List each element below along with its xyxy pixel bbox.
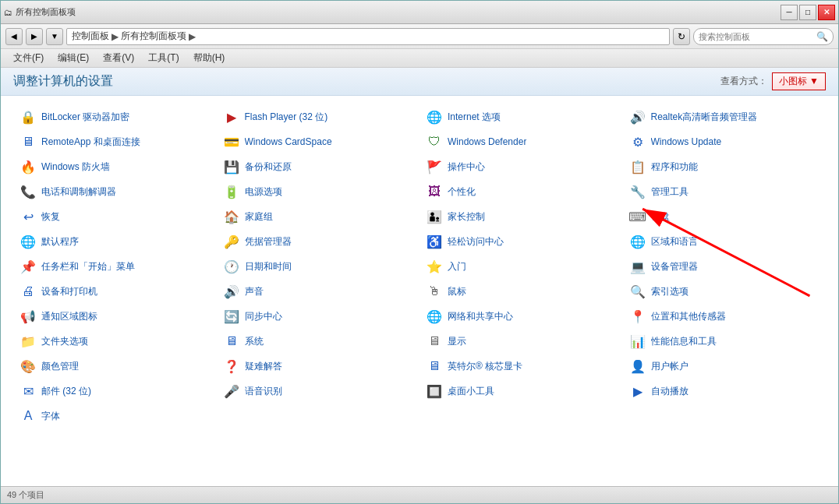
list-item[interactable]: 🖥 显示	[420, 330, 623, 353]
item-icon: 📢	[19, 308, 37, 325]
list-item[interactable]: 📋 程序和功能	[623, 155, 827, 178]
item-icon: ⭐	[426, 258, 443, 275]
list-item[interactable]: 📢 通知区域图标	[13, 305, 217, 328]
minimize-button[interactable]: ─	[781, 5, 798, 20]
list-item[interactable]: 🔄 同步中心	[217, 305, 420, 328]
list-item[interactable]: ↩ 恢复	[13, 205, 217, 228]
list-item[interactable]: ▶ Flash Player (32 位)	[217, 105, 420, 129]
search-input[interactable]	[699, 32, 813, 41]
back-button[interactable]: ◀	[5, 28, 23, 45]
list-item[interactable]: 🏠 家庭组	[217, 205, 420, 228]
refresh-button[interactable]: ↻	[673, 28, 690, 45]
item-label: 索引选项	[651, 285, 689, 298]
list-item[interactable]: 🌐 区域和语言	[623, 230, 827, 253]
item-icon: 🔄	[223, 308, 240, 325]
item-icon: ⚙	[629, 133, 646, 150]
list-item[interactable]: 🔑 凭据管理器	[217, 230, 420, 253]
list-item[interactable]: ⚙ Windows Update	[623, 130, 827, 153]
list-item[interactable]: 📁 文件夹选项	[13, 330, 217, 353]
menu-view[interactable]: 查看(V)	[97, 50, 140, 66]
item-label: 网络和共享中心	[448, 310, 513, 323]
item-label: 电源选项	[245, 185, 282, 199]
item-icon: 🏠	[223, 208, 240, 225]
close-button[interactable]: ✕	[818, 5, 835, 20]
list-item[interactable]: 🖼 个性化	[420, 180, 623, 203]
list-item[interactable]: 🔥 Windows 防火墙	[13, 155, 217, 178]
list-item[interactable]: 🔒 BitLocker 驱动器加密	[13, 105, 217, 129]
list-item[interactable]: 🎤 语音识别	[217, 379, 420, 403]
list-item[interactable]: 🔲 桌面小工具	[420, 379, 623, 403]
item-label: 入门	[448, 260, 466, 273]
forward-button[interactable]: ▶	[26, 28, 43, 45]
item-icon: 📊	[629, 333, 646, 350]
view-button[interactable]: 小图标 ▼	[772, 72, 826, 90]
list-item[interactable]: ▶ 自动播放	[623, 379, 827, 403]
list-item[interactable]: 🖥 RemoteApp 和桌面连接	[13, 130, 217, 153]
list-item[interactable]: 🔍 索引选项	[623, 280, 827, 303]
list-item[interactable]: 🖨 设备和打印机	[13, 280, 217, 303]
list-item[interactable]: 💻 设备管理器	[623, 255, 827, 278]
list-item[interactable]: 🔋 电源选项	[217, 180, 420, 203]
item-icon: 👤	[629, 358, 646, 375]
menu-bar: 文件(F) 编辑(E) 查看(V) 工具(T) 帮助(H)	[1, 49, 838, 68]
menu-file[interactable]: 文件(F)	[7, 50, 50, 66]
item-icon: 🖥	[426, 333, 443, 350]
item-icon: ⌨	[629, 208, 646, 225]
item-icon: 🌐	[426, 108, 443, 125]
item-icon: 🖱	[426, 283, 443, 300]
item-icon: 🔧	[629, 183, 646, 200]
list-item[interactable]: 📌 任务栏和「开始」菜单	[13, 255, 217, 278]
item-label: 系统	[245, 335, 264, 348]
item-icon: ❓	[223, 358, 240, 375]
item-label: 显示	[448, 335, 466, 348]
item-label: 凭据管理器	[245, 235, 292, 248]
item-label: 通知区域图标	[41, 310, 97, 323]
list-item[interactable]: ⭐ 入门	[420, 255, 623, 278]
list-item[interactable]: 🌐 Internet 选项	[420, 105, 623, 129]
list-item[interactable]: 🌐 网络和共享中心	[420, 305, 623, 328]
list-item[interactable]: ♿ 轻松访问中心	[420, 230, 623, 253]
list-item[interactable]: 🕐 日期和时间	[217, 255, 420, 278]
item-icon: 🔊	[629, 108, 646, 125]
main-content: 调整计算机的设置 查看方式： 小图标 ▼ 🔒 BitLocker 驱动器加密 ▶…	[1, 68, 838, 486]
item-label: 位置和其他传感器	[651, 310, 726, 323]
list-item[interactable]: 📍 位置和其他传感器	[623, 305, 827, 328]
list-item[interactable]: 🖱 鼠标	[420, 280, 623, 303]
item-icon: 🖥	[19, 133, 37, 150]
list-item[interactable]: ⌨ 键盘	[623, 205, 827, 228]
list-item[interactable]: 🎨 颜色管理	[13, 354, 217, 378]
address-path[interactable]: 控制面板 ▶ 所有控制面板项 ▶	[66, 28, 670, 45]
list-item[interactable]: 🔊 声音	[217, 280, 420, 303]
item-label: 文件夹选项	[41, 335, 88, 348]
list-item[interactable]: 🔊 Realtek高清晰音频管理器	[623, 105, 827, 129]
list-item[interactable]: 💳 Windows CardSpace	[217, 130, 420, 153]
list-item[interactable]: 🔧 管理工具	[623, 180, 827, 203]
page-title: 调整计算机的设置	[13, 73, 113, 90]
dropdown-button[interactable]: ▼	[46, 28, 63, 45]
item-label: Windows 防火墙	[41, 160, 110, 174]
list-item[interactable]: 💾 备份和还原	[217, 155, 420, 178]
list-item[interactable]: 📞 电话和调制解调器	[13, 180, 217, 203]
item-icon: 🔍	[629, 283, 646, 300]
item-label: 默认程序	[41, 235, 79, 248]
list-item[interactable]: 🛡 Windows Defender	[420, 130, 623, 153]
maximize-button[interactable]: □	[799, 5, 816, 20]
breadcrumb-current[interactable]: 所有控制面板项	[121, 30, 186, 43]
list-item[interactable]: 🌐 默认程序	[13, 230, 217, 253]
list-item[interactable]: 👤 用户帐户	[623, 354, 827, 378]
menu-tools[interactable]: 工具(T)	[142, 50, 185, 66]
list-item[interactable]: ❓ 疑难解答	[217, 354, 420, 378]
item-label: 字体	[41, 410, 60, 423]
list-item[interactable]: 👨‍👦 家长控制	[420, 205, 623, 228]
list-item[interactable]: 🖥 系统	[217, 330, 420, 353]
breadcrumb-home[interactable]: 控制面板	[72, 30, 109, 43]
list-item[interactable]: A 字体	[13, 404, 217, 428]
menu-edit[interactable]: 编辑(E)	[51, 50, 95, 66]
item-icon: 🛡	[426, 133, 443, 150]
list-item[interactable]: 📊 性能信息和工具	[623, 330, 827, 353]
list-item[interactable]: ✉ 邮件 (32 位)	[13, 379, 217, 403]
list-item[interactable]: 🚩 操作中心	[420, 155, 623, 178]
menu-help[interactable]: 帮助(H)	[187, 50, 232, 66]
item-label: Realtek高清晰音频管理器	[651, 111, 758, 124]
list-item[interactable]: 🖥 英特尔® 核芯显卡	[420, 354, 623, 378]
